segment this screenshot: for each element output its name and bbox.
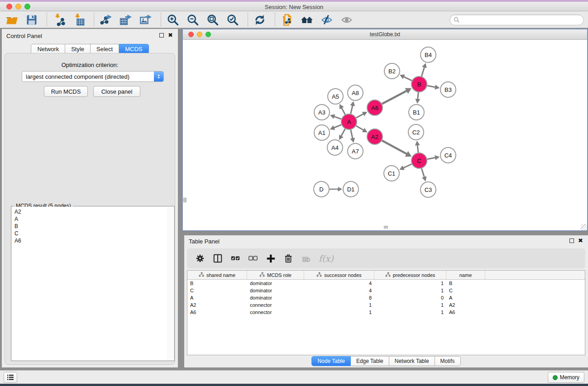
- table-close-panel-icon[interactable]: ✖: [578, 238, 583, 243]
- save-icon[interactable]: [25, 14, 38, 28]
- import-network-icon[interactable]: [53, 14, 65, 28]
- tab-edge-table[interactable]: Edge Table: [351, 356, 389, 366]
- table-cell[interactable]: C: [446, 288, 485, 293]
- search-box[interactable]: [449, 14, 584, 25]
- table-cell[interactable]: 1: [374, 310, 446, 315]
- graph-edge-C-C1[interactable]: [403, 164, 412, 168]
- deselect-all-icon[interactable]: [248, 253, 258, 265]
- home-icon[interactable]: [301, 14, 313, 28]
- table-cell[interactable]: 1: [374, 281, 446, 286]
- table-row[interactable]: A2connector11A2: [187, 301, 585, 309]
- graph-edge-A6-B[interactable]: [382, 91, 407, 104]
- table-cell[interactable]: 1: [374, 288, 446, 293]
- table-cell[interactable]: 4: [304, 281, 374, 286]
- new-network-from-selection-button[interactable]: [281, 14, 293, 26]
- export-image-button[interactable]: [139, 14, 152, 26]
- export-network-button[interactable]: [100, 14, 112, 26]
- hide-panels-icon[interactable]: [320, 14, 333, 28]
- table-cell[interactable]: A: [446, 295, 485, 300]
- result-list-item[interactable]: A6: [12, 237, 167, 244]
- graph-edge-A-A6[interactable]: [356, 114, 363, 118]
- split-panel-button[interactable]: [213, 253, 223, 263]
- run-mcds-button[interactable]: Run MCDS: [44, 86, 88, 97]
- graph-edge-C-C2[interactable]: [417, 145, 418, 152]
- delete-button[interactable]: [283, 253, 293, 263]
- delete-icon[interactable]: [283, 253, 293, 265]
- task-history-button[interactable]: [4, 372, 17, 383]
- table-row[interactable]: A6connector11A6: [187, 309, 585, 316]
- table-row[interactable]: Adominator80A: [187, 294, 585, 301]
- table-cell[interactable]: C: [187, 288, 247, 293]
- add-icon[interactable]: [266, 253, 276, 265]
- network-vscroll-thumb[interactable]: [183, 198, 186, 202]
- graph-edge-B-B4[interactable]: [421, 67, 424, 76]
- table-cell[interactable]: dominator: [247, 281, 304, 286]
- graph-edge-A-A3[interactable]: [334, 116, 341, 119]
- table-cell[interactable]: A: [187, 295, 247, 300]
- gear-button[interactable]: [195, 253, 205, 263]
- network-hscroll-thumb[interactable]: [384, 226, 388, 229]
- table-row[interactable]: Bdominator41B: [187, 280, 585, 287]
- graph-edge-A-A8[interactable]: [351, 105, 353, 114]
- refresh-icon[interactable]: [253, 14, 266, 28]
- result-list-scrollbar[interactable]: [167, 207, 174, 360]
- graph-edge-A-A7[interactable]: [351, 130, 353, 139]
- refresh-button[interactable]: [253, 14, 266, 26]
- export-table-icon[interactable]: [120, 14, 132, 28]
- close-panel-button[interactable]: Close panel: [93, 86, 140, 97]
- hide-panels-button[interactable]: [320, 14, 333, 26]
- graph-edge-B-B3[interactable]: [427, 86, 435, 87]
- home-button[interactable]: [301, 14, 313, 26]
- network-canvas[interactable]: B4B2BB3A8A5A6A3B1AA1C2A2A4A7C4CC1C3DD1: [183, 40, 587, 230]
- table-cell[interactable]: connector: [247, 310, 304, 315]
- graph-edge-A-A2[interactable]: [356, 126, 364, 130]
- table-cell[interactable]: A6: [446, 310, 485, 315]
- tab-network-table[interactable]: Network Table: [389, 356, 435, 366]
- split-panel-icon[interactable]: [213, 253, 223, 265]
- table-row[interactable]: Cdominator41C: [187, 287, 585, 294]
- close-panel-icon[interactable]: ✖: [168, 33, 173, 38]
- graph-edge-A-A5[interactable]: [341, 108, 345, 114]
- network-resize-grip[interactable]: [581, 224, 587, 230]
- table-float-panel-icon[interactable]: [569, 238, 574, 243]
- column-header-successor-nodes[interactable]: successor nodes: [304, 271, 374, 279]
- deselect-all-button[interactable]: [248, 253, 258, 263]
- open-folder-button[interactable]: [5, 14, 18, 26]
- criterion-dropdown[interactable]: largest connected component (directed) ▲…: [22, 71, 164, 82]
- export-network-icon[interactable]: [100, 14, 112, 28]
- graph-edge-A-A4[interactable]: [341, 129, 345, 136]
- memory-button[interactable]: Memory: [548, 372, 584, 383]
- table-cell[interactable]: 0: [374, 295, 446, 300]
- graph-edge-C-C3[interactable]: [421, 168, 424, 177]
- table-cell[interactable]: B: [446, 281, 485, 286]
- table-cell[interactable]: 1: [304, 310, 374, 315]
- save-button[interactable]: [25, 14, 38, 26]
- new-network-from-selection-icon[interactable]: [281, 14, 293, 28]
- import-table-icon[interactable]: [72, 14, 85, 28]
- select-all-icon[interactable]: [230, 253, 240, 265]
- table-cell[interactable]: A6: [187, 310, 247, 315]
- table-cell[interactable]: 4: [304, 288, 374, 293]
- zoom-selected-icon[interactable]: [226, 14, 239, 28]
- open-folder-icon[interactable]: [5, 14, 18, 28]
- graph-edge-A2-C[interactable]: [382, 141, 407, 154]
- graph-edge-C-C4[interactable]: [427, 157, 435, 159]
- tab-motifs[interactable]: Motifs: [435, 356, 461, 366]
- result-list-item[interactable]: A2: [12, 208, 167, 215]
- import-network-button[interactable]: [53, 14, 65, 26]
- result-list-item[interactable]: B: [12, 223, 167, 230]
- result-list-item[interactable]: C: [12, 230, 167, 237]
- table-cell[interactable]: B: [187, 281, 247, 286]
- table-cell[interactable]: 8: [304, 295, 374, 300]
- eye-button[interactable]: [340, 14, 353, 26]
- export-image-icon[interactable]: [139, 14, 152, 28]
- zoom-fit-button[interactable]: [206, 14, 219, 26]
- add-button[interactable]: [266, 253, 276, 263]
- column-header-name[interactable]: name: [446, 271, 485, 279]
- column-header-predecessor-nodes[interactable]: predecessor nodes: [374, 271, 446, 279]
- zoom-fit-icon[interactable]: [206, 14, 219, 28]
- tab-node-table[interactable]: Node Table: [311, 356, 351, 366]
- zoom-out-button[interactable]: [186, 14, 199, 26]
- table-cell[interactable]: 1: [304, 302, 374, 308]
- table-cell[interactable]: dominator: [247, 295, 304, 300]
